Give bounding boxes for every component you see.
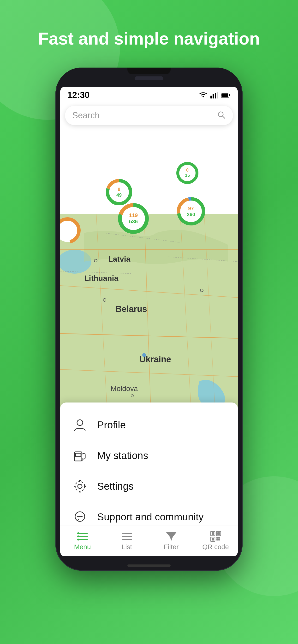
svg-point-68 xyxy=(77,538,79,540)
svg-point-53 xyxy=(77,420,83,426)
cluster-119-536: 119 536 xyxy=(117,202,150,235)
nav-item-list[interactable]: List xyxy=(105,526,149,556)
search-icon xyxy=(217,111,226,120)
drawer-item-profile[interactable]: Profile xyxy=(60,410,238,440)
chat-icon xyxy=(72,509,88,525)
svg-point-58 xyxy=(75,482,85,491)
svg-point-62 xyxy=(81,516,83,517)
qr-nav-label: QR code xyxy=(202,543,229,551)
phone-screen: 12:30 xyxy=(60,87,238,556)
nav-item-menu[interactable]: Menu xyxy=(60,526,105,556)
list-nav-label: List xyxy=(122,543,132,551)
svg-rect-82 xyxy=(216,537,218,538)
svg-rect-79 xyxy=(217,532,220,535)
cluster-97-260: 97 260 xyxy=(175,196,207,227)
phone-notch xyxy=(127,68,171,74)
gas-station-icon xyxy=(72,448,88,463)
status-bar: 12:30 xyxy=(60,87,238,104)
drawer-item-my-stations[interactable]: My stations xyxy=(60,440,238,471)
support-label: Support and community xyxy=(97,511,204,523)
profile-label: Profile xyxy=(97,419,126,431)
nav-item-filter[interactable]: Filter xyxy=(149,526,193,556)
svg-rect-77 xyxy=(212,532,214,535)
svg-rect-3 xyxy=(215,93,216,98)
nav-item-qr-code[interactable]: QR code xyxy=(193,526,238,556)
wifi-icon xyxy=(199,92,208,98)
menu-nav-label: Menu xyxy=(74,543,91,551)
cluster-partial-left xyxy=(60,216,82,245)
drawer-item-settings[interactable]: Settings xyxy=(60,471,238,502)
person-icon xyxy=(72,417,88,433)
map-container: 12:30 xyxy=(60,87,238,556)
svg-text:Moldova: Moldova xyxy=(111,384,138,392)
cluster-0-15: 0 15 xyxy=(175,161,199,185)
phone-frame: 12:30 xyxy=(55,68,243,571)
bottom-drawer: Profile My stations xyxy=(60,402,238,532)
filter-icon xyxy=(165,531,178,542)
svg-rect-4 xyxy=(217,92,218,98)
list-icon xyxy=(121,531,133,542)
svg-rect-83 xyxy=(218,537,220,538)
svg-text:Latvia: Latvia xyxy=(108,255,130,263)
my-stations-label: My stations xyxy=(97,450,148,462)
svg-rect-84 xyxy=(216,539,218,540)
search-placeholder: Search xyxy=(72,110,217,120)
page-title: Fast and simple navigation xyxy=(24,29,274,48)
settings-label: Settings xyxy=(97,480,134,492)
status-icons xyxy=(199,92,231,98)
search-bar[interactable]: Search xyxy=(65,106,233,125)
phone-top-bar xyxy=(55,68,243,87)
menu-icon xyxy=(76,531,89,542)
svg-point-61 xyxy=(79,516,81,517)
svg-marker-0 xyxy=(202,96,204,98)
svg-point-66 xyxy=(77,532,79,534)
svg-rect-81 xyxy=(212,538,214,540)
svg-rect-1 xyxy=(210,96,212,98)
svg-rect-7 xyxy=(221,94,228,97)
svg-rect-6 xyxy=(229,94,230,96)
svg-rect-2 xyxy=(213,94,214,98)
svg-point-60 xyxy=(77,516,79,517)
svg-point-25 xyxy=(142,353,146,357)
bottom-nav: Menu List xyxy=(60,525,238,556)
filter-nav-label: Filter xyxy=(164,543,179,551)
qr-code-icon xyxy=(209,531,222,542)
svg-point-57 xyxy=(78,484,82,488)
battery-icon xyxy=(221,92,231,98)
svg-rect-85 xyxy=(218,539,220,540)
svg-rect-55 xyxy=(76,453,81,457)
svg-marker-75 xyxy=(166,532,177,541)
gear-icon xyxy=(72,479,88,494)
phone-speaker xyxy=(135,76,163,80)
svg-point-67 xyxy=(77,536,79,538)
svg-text:Belarus: Belarus xyxy=(115,304,147,314)
signal-icon xyxy=(210,92,218,98)
svg-line-33 xyxy=(222,116,225,118)
svg-text:Lithuania: Lithuania xyxy=(84,274,118,282)
status-time: 12:30 xyxy=(67,90,89,100)
